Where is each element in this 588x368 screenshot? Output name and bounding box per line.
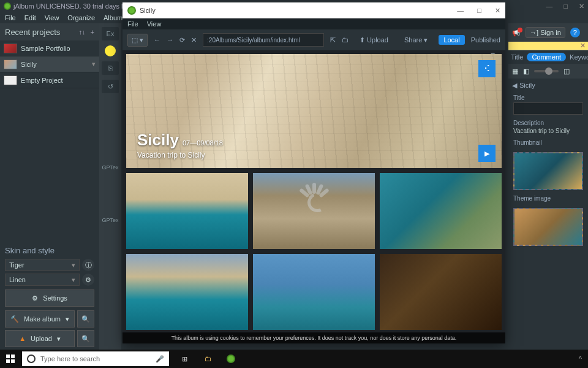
forward-button[interactable]: → [167, 36, 173, 44]
preview-close[interactable]: ✕ [495, 7, 500, 15]
tab-keywords[interactable]: Keywords [570, 53, 588, 61]
gallery-thumb[interactable] [126, 254, 248, 330]
tool-icon[interactable]: ▦ [512, 67, 518, 75]
theme-label: Theme image [513, 195, 583, 202]
upload-icon: ▲ [19, 335, 26, 342]
minimize-button[interactable]: — [546, 2, 552, 10]
cortana-icon [27, 355, 36, 363]
add-project-icon[interactable]: + [91, 28, 94, 36]
sort-icon[interactable]: ↑↓ [79, 28, 86, 36]
thumbnail-label: Thumbnail [513, 139, 583, 146]
signin-button[interactable]: →] Sign in [526, 27, 565, 38]
strip-label: GPTex [102, 164, 118, 171]
upload-label: Upload [31, 335, 52, 342]
menu-view[interactable]: View [45, 14, 59, 21]
strip-button[interactable]: ↺ [102, 80, 119, 93]
expand-icon[interactable]: ▾ [92, 60, 96, 68]
project-item[interactable]: Empty Project [0, 72, 99, 88]
task-view-icon[interactable]: ⊞ [174, 350, 195, 368]
description-label: Description [513, 120, 583, 126]
project-name: Empty Project [21, 77, 62, 84]
preview-title: Sicily [140, 7, 156, 14]
tab-title[interactable]: Title [511, 53, 523, 61]
skin-select[interactable]: Tiger▾ [5, 259, 80, 271]
menu-organize[interactable]: Organize [67, 14, 95, 21]
maximize-button[interactable]: □ [564, 2, 568, 10]
back-icon[interactable]: ◀ [512, 82, 517, 90]
menu-edit[interactable]: Edit [24, 14, 36, 21]
settings-button[interactable]: ⚙ Settings [5, 289, 94, 307]
preview-menu-view[interactable]: View [147, 20, 162, 28]
svg-rect-0 [6, 355, 10, 358]
project-item[interactable]: Sicily ▾ [0, 56, 99, 72]
project-item[interactable]: Sample Portfolio [0, 40, 99, 56]
upload-search-button[interactable]: 🔍 [77, 330, 94, 347]
folder-icon[interactable]: 🗀 [342, 36, 349, 44]
open-external-icon[interactable]: ⇱ [330, 36, 336, 44]
make-album-button[interactable]: 🔨 Make album ▾ [5, 310, 75, 328]
menu-album[interactable]: Album [104, 14, 123, 21]
preview-upload[interactable]: ⬆ Upload [355, 35, 393, 45]
tab-comment[interactable]: Comment [527, 53, 566, 61]
upload-button[interactable]: ▲ Upload ▾ [5, 330, 75, 347]
mic-icon[interactable]: 🎤 [156, 355, 164, 363]
preview-share[interactable]: Share ▾ [399, 35, 432, 45]
zoom-slider[interactable] [534, 70, 559, 72]
cookie-notice: This album is using cookies to remember … [123, 332, 505, 343]
local-tab[interactable]: Local [439, 35, 464, 45]
style-gear-button[interactable]: ⚙ [82, 274, 94, 286]
preview-minimize[interactable]: — [457, 7, 464, 15]
hero-dates: 07—09/08/18 [183, 139, 223, 147]
share-button[interactable]: ⠪ [478, 60, 496, 77]
stop-button[interactable]: ✕ [191, 36, 197, 44]
style-select[interactable]: Linen▾ [5, 274, 80, 286]
hero-image[interactable]: ⠪ ▶ Sicily07—09/08/18 Vacation trip to S… [126, 54, 502, 168]
project-thumb [4, 75, 17, 85]
gallery-thumb[interactable] [253, 173, 375, 249]
system-tray[interactable]: ^ [573, 355, 588, 362]
menu-file[interactable]: File [5, 14, 16, 21]
gallery-thumb[interactable] [380, 173, 502, 249]
gallery-thumb[interactable] [126, 173, 248, 249]
gallery-thumb[interactable] [380, 254, 502, 330]
preview-menu-file[interactable]: File [127, 20, 138, 28]
thumbnail-preview[interactable] [513, 152, 583, 190]
project-name: Sample Portfolio [21, 45, 70, 52]
hammer-icon: 🔨 [10, 315, 19, 323]
tool-icon[interactable]: ◫ [564, 67, 570, 75]
play-button[interactable]: ▶ [478, 145, 496, 162]
close-button[interactable]: ✕ [579, 2, 584, 10]
style-value: Linen [9, 276, 26, 283]
make-search-button[interactable]: 🔍 [77, 310, 94, 328]
preview-window: Sicily — □ ✕ File View ⬚ ▾ ← → ⟳ ✕ :20Al… [123, 2, 505, 343]
recent-projects-header: Recent projects [5, 28, 60, 37]
breadcrumb: Sicily [519, 82, 535, 89]
title-input[interactable] [513, 102, 583, 115]
title-label: Title [513, 94, 583, 101]
published-tab[interactable]: Published [471, 36, 500, 44]
preview-maximize[interactable]: □ [477, 7, 481, 15]
gear-icon: ⚙ [32, 294, 38, 302]
notification-bar[interactable]: ✕ [508, 42, 588, 50]
url-field[interactable]: :20Albums/Sicily/album/index.html [203, 33, 324, 47]
explore-tab[interactable]: Ex [102, 27, 119, 40]
gallery-thumb[interactable] [253, 254, 375, 330]
tip-icon[interactable] [105, 45, 116, 56]
selector-tool[interactable]: ⬚ ▾ [127, 34, 148, 47]
tool-icon[interactable]: ◧ [523, 67, 529, 75]
description-value[interactable]: Vacation trip to Sicily [513, 128, 583, 134]
theme-preview[interactable] [513, 208, 583, 246]
taskbar-search[interactable]: Type here to search 🎤 [22, 351, 169, 366]
strip-button[interactable]: ⎘ [102, 61, 119, 75]
project-thumb [4, 44, 17, 53]
taskbar-explorer[interactable]: 🗀 [197, 350, 218, 368]
back-button[interactable]: ← [154, 36, 160, 44]
reload-button[interactable]: ⟳ [179, 36, 185, 44]
search-placeholder: Type here to search [40, 355, 100, 362]
notification-icon[interactable]: 📢 [512, 29, 521, 37]
make-label: Make album [24, 315, 61, 323]
skin-info-button[interactable]: ⓘ [82, 259, 94, 271]
help-button[interactable]: ? [570, 28, 580, 37]
start-button[interactable] [0, 350, 21, 368]
taskbar-jalbum[interactable] [221, 350, 241, 368]
